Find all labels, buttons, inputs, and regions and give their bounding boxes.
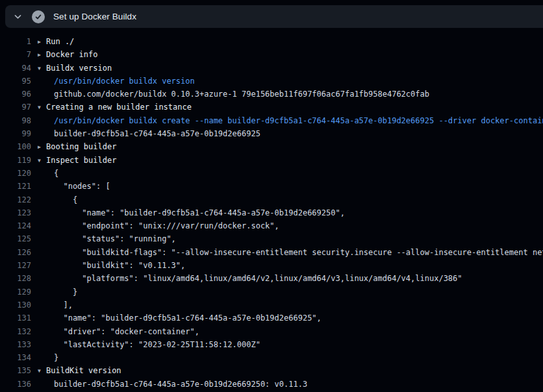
- line-number[interactable]: 99: [0, 127, 31, 140]
- triangle-down-icon[interactable]: ▼: [38, 62, 46, 75]
- check-circle-icon: [32, 10, 45, 23]
- log-line: 126 "buildkitd-flags": "--allow-insecure…: [0, 246, 543, 259]
- log-line: 96github.com/docker/buildx 0.10.3+azure-…: [0, 88, 543, 101]
- line-number[interactable]: 133: [0, 338, 31, 351]
- log-group-header[interactable]: ▼Buildx version: [38, 62, 112, 75]
- log-line: 100▶Booting builder: [0, 140, 543, 153]
- log-output-text: "name": "builder-d9cfb5a1-c764-445a-a57e…: [38, 206, 345, 219]
- group-title: BuildKit version: [46, 366, 121, 375]
- triangle-right-icon[interactable]: ▶: [38, 141, 46, 154]
- group-title: Inspect builder: [46, 156, 116, 165]
- line-number[interactable]: 97: [0, 101, 31, 114]
- line-number[interactable]: 124: [0, 219, 31, 232]
- triangle-down-icon[interactable]: ▼: [38, 101, 46, 114]
- log-output-text: "buildkit": "v0.11.3",: [38, 259, 185, 272]
- log-line: 134}: [0, 351, 543, 364]
- log-line: 122 {: [0, 193, 543, 206]
- log-output-text: "endpoint": "unix:///var/run/docker.sock…: [38, 219, 279, 232]
- log-line: 99builder-d9cfb5a1-c764-445a-a57e-0b19d2…: [0, 127, 543, 140]
- log-line: 132 "driver": "docker-container",: [0, 325, 543, 338]
- log-group-header[interactable]: ▶Run ./: [38, 35, 74, 48]
- line-number[interactable]: 96: [0, 88, 31, 101]
- group-title: Creating a new builder instance: [46, 103, 192, 112]
- log-group-header[interactable]: ▼Inspect builder: [38, 154, 116, 167]
- triangle-down-icon[interactable]: ▼: [38, 365, 46, 378]
- line-number[interactable]: 1: [0, 35, 31, 48]
- line-number[interactable]: 126: [0, 246, 31, 259]
- line-number[interactable]: 95: [0, 75, 31, 88]
- log-line: 7▶Docker info: [0, 48, 543, 61]
- group-title: Booting builder: [46, 142, 116, 151]
- triangle-right-icon[interactable]: ▶: [38, 49, 46, 62]
- step-header[interactable]: Set up Docker Buildx: [5, 5, 543, 28]
- log-output-text: }: [38, 351, 58, 364]
- line-number[interactable]: 128: [0, 272, 31, 285]
- log-group-header[interactable]: ▶Booting builder: [38, 140, 116, 153]
- line-number[interactable]: 131: [0, 312, 31, 325]
- line-number[interactable]: 129: [0, 286, 31, 299]
- log-output-text: "nodes": [: [38, 180, 110, 193]
- log-line: 124 "endpoint": "unix:///var/run/docker.…: [0, 219, 543, 232]
- log-output-text: }: [38, 286, 77, 299]
- log-output-text: "driver": "docker-container",: [38, 325, 199, 338]
- line-number[interactable]: 7: [0, 48, 31, 61]
- chevron-down-icon[interactable]: [13, 12, 22, 21]
- line-number[interactable]: 125: [0, 232, 31, 245]
- group-title: Run ./: [46, 37, 74, 46]
- line-number[interactable]: 134: [0, 351, 31, 364]
- log-output-text: "lastActivity": "2023-02-25T11:58:12.000…: [38, 338, 260, 351]
- log-line: 128 "platforms": "linux/amd64,linux/amd6…: [0, 272, 543, 285]
- line-number[interactable]: 132: [0, 325, 31, 338]
- log-line: 121 "nodes": [: [0, 180, 543, 193]
- line-number[interactable]: 119: [0, 154, 31, 167]
- log-line: 94▼Buildx version: [0, 62, 543, 75]
- log-line: 97▼Creating a new builder instance: [0, 101, 543, 114]
- log-output-text: {: [38, 167, 58, 180]
- log-group-header[interactable]: ▼Creating a new builder instance: [38, 101, 192, 114]
- log-command-text: /usr/bin/docker buildx create --name bui…: [38, 114, 543, 127]
- log-line: 131 "name": "builder-d9cfb5a1-c764-445a-…: [0, 312, 543, 325]
- log-line: 120{: [0, 167, 543, 180]
- log-line: 136builder-d9cfb5a1-c764-445a-a57e-0b19d…: [0, 378, 543, 391]
- line-number[interactable]: 100: [0, 140, 31, 153]
- log-line: 133 "lastActivity": "2023-02-25T11:58:12…: [0, 338, 543, 351]
- log-line: 130 ],: [0, 299, 543, 312]
- line-number[interactable]: 127: [0, 259, 31, 272]
- log-group-header[interactable]: ▼BuildKit version: [38, 364, 121, 377]
- line-number[interactable]: 122: [0, 193, 31, 206]
- line-number[interactable]: 94: [0, 62, 31, 75]
- group-title: Docker info: [46, 50, 97, 59]
- log-line: 129 }: [0, 286, 543, 299]
- log-output-text: builder-d9cfb5a1-c764-445a-a57e-0b19d2e6…: [38, 378, 307, 391]
- line-number[interactable]: 121: [0, 180, 31, 193]
- group-title: Buildx version: [46, 64, 112, 73]
- log-line: 95/usr/bin/docker buildx version: [0, 75, 543, 88]
- triangle-right-icon[interactable]: ▶: [38, 36, 46, 49]
- log-line: 1▶Run ./: [0, 35, 543, 48]
- log: 1▶Run ./7▶Docker info94▼Buildx version95…: [0, 28, 543, 392]
- log-output-text: "platforms": "linux/amd64,linux/amd64/v2…: [38, 272, 462, 285]
- log-output-text: builder-d9cfb5a1-c764-445a-a57e-0b19d2e6…: [38, 127, 260, 140]
- log-line: 135▼BuildKit version: [0, 364, 543, 377]
- log-line: 125 "status": "running",: [0, 232, 543, 245]
- log-line: 127 "buildkit": "v0.11.3",: [0, 259, 543, 272]
- log-output-text: ],: [38, 299, 73, 312]
- log-output-text: "status": "running",: [38, 232, 176, 245]
- log-output-text: {: [38, 193, 77, 206]
- log-line: 119▼Inspect builder: [0, 154, 543, 167]
- log-output-text: "name": "builder-d9cfb5a1-c764-445a-a57e…: [38, 312, 322, 325]
- line-number[interactable]: 120: [0, 167, 31, 180]
- line-number[interactable]: 98: [0, 114, 31, 127]
- line-number[interactable]: 136: [0, 378, 31, 391]
- log-output-text: github.com/docker/buildx 0.10.3+azure-1 …: [38, 88, 429, 101]
- log-group-header[interactable]: ▶Docker info: [38, 48, 97, 61]
- triangle-down-icon[interactable]: ▼: [38, 154, 46, 167]
- log-output-text: "buildkitd-flags": "--allow-insecure-ent…: [38, 246, 543, 259]
- log-line: 98/usr/bin/docker buildx create --name b…: [0, 114, 543, 127]
- line-number[interactable]: 130: [0, 299, 31, 312]
- log-command-text: /usr/bin/docker buildx version: [38, 75, 195, 88]
- step-title: Set up Docker Buildx: [53, 12, 136, 21]
- log-line: 123 "name": "builder-d9cfb5a1-c764-445a-…: [0, 206, 543, 219]
- line-number[interactable]: 123: [0, 206, 31, 219]
- line-number[interactable]: 135: [0, 364, 31, 377]
